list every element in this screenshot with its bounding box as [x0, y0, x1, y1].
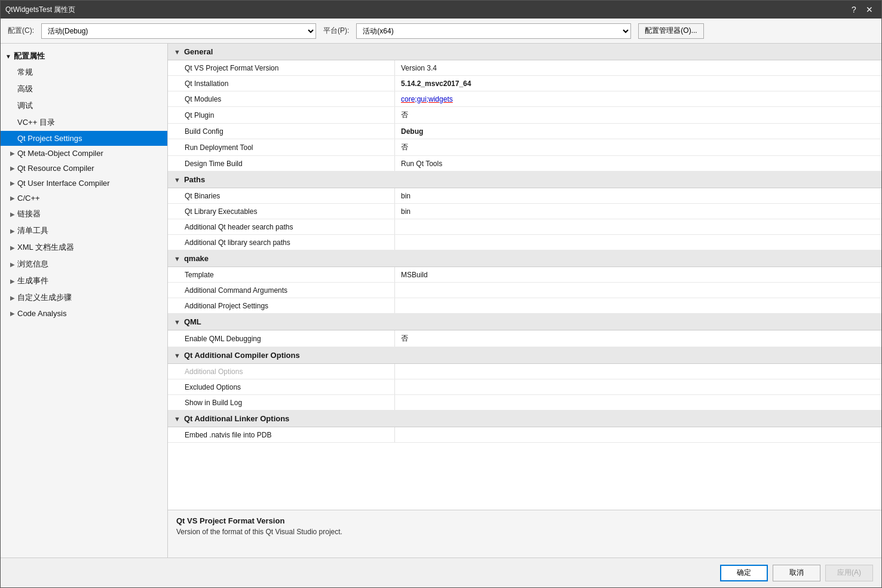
- sidebar-item-6[interactable]: ▶ Qt Resource Compiler: [1, 161, 167, 176]
- sidebar-item-1[interactable]: 高级: [1, 81, 167, 97]
- expand-arrow-11: ▶: [10, 244, 15, 251]
- prop-value-qt-modules: core;gui;widgets: [395, 91, 881, 106]
- prop-row-natvis: Embed .natvis file into PDB: [168, 427, 881, 443]
- section-general[interactable]: ▼ General: [168, 44, 881, 60]
- prop-row-qt-lib-paths: Additional Qt library search paths: [168, 235, 881, 250]
- prop-value-natvis: [395, 427, 881, 442]
- prop-name-show-build-log: Show in Build Log: [168, 395, 395, 410]
- expand-arrow-6: ▶: [10, 165, 15, 172]
- qml-arrow: ▼: [174, 318, 180, 326]
- prop-name-qt-lib-paths: Additional Qt library search paths: [168, 235, 395, 250]
- bottom-bar: 确定 取消 应用(A): [1, 558, 881, 587]
- prop-value-qt-lib-exec: bin: [395, 204, 881, 219]
- config-manager-button[interactable]: 配置管理器(O)...: [638, 23, 703, 39]
- sidebar-item-label-15: Code Analysis: [17, 309, 66, 318]
- prop-value-qt-bin: bin: [395, 188, 881, 203]
- platform-select[interactable]: 活动(x64): [356, 23, 631, 39]
- sidebar-root-arrow: ▼: [5, 53, 11, 60]
- general-arrow: ▼: [174, 48, 180, 56]
- sidebar-item-9[interactable]: ▶ 链接器: [1, 206, 167, 222]
- qt-linker-arrow: ▼: [174, 415, 180, 422]
- sidebar-item-label-10: 清单工具: [17, 225, 48, 236]
- main-content: ▼ 配置属性 常规 高级 调试 VC++ 目录 Qt Project Setti…: [1, 44, 881, 558]
- sidebar-item-10[interactable]: ▶ 清单工具: [1, 222, 167, 239]
- sidebar-item-12[interactable]: ▶ 浏览信息: [1, 256, 167, 272]
- close-button[interactable]: ✕: [862, 4, 877, 16]
- sidebar-item-15[interactable]: ▶ Code Analysis: [1, 306, 167, 321]
- sidebar-item-2[interactable]: 调试: [1, 97, 167, 114]
- prop-name-qt-plugin: Qt Plugin: [168, 107, 395, 123]
- prop-name-run-deploy: Run Deployment Tool: [168, 139, 395, 155]
- sidebar-item-label-8: C/C++: [17, 194, 40, 203]
- sidebar-root[interactable]: ▼ 配置属性: [1, 48, 167, 64]
- sidebar-item-label-14: 自定义生成步骤: [17, 292, 72, 303]
- prop-row-qt-vs-format: Qt VS Project Format Version Version 3.4: [168, 60, 881, 76]
- paths-arrow: ▼: [174, 176, 180, 183]
- sidebar-item-label-5: Qt Meta-Object Compiler: [17, 149, 103, 158]
- prop-name-qml-debug: Enable QML Debugging: [168, 330, 395, 347]
- prop-row-add-proj-settings: Additional Project Settings: [168, 298, 881, 314]
- config-select[interactable]: 活动(Debug): [41, 23, 316, 39]
- prop-name-qt-lib-exec: Qt Library Executables: [168, 204, 395, 219]
- sidebar-item-4[interactable]: Qt Project Settings: [1, 131, 167, 146]
- prop-name-add-proj-settings: Additional Project Settings: [168, 298, 395, 313]
- prop-value-excl-options: [395, 379, 881, 394]
- qml-label: QML: [184, 317, 201, 326]
- prop-row-qt-install: Qt Installation 5.14.2_msvc2017_64: [168, 76, 881, 91]
- section-qmake[interactable]: ▼ qmake: [168, 250, 881, 267]
- prop-value-qml-debug: 否: [395, 330, 881, 347]
- sidebar-item-7[interactable]: ▶ Qt User Interface Compiler: [1, 176, 167, 191]
- expand-arrow-7: ▶: [10, 180, 15, 186]
- expand-arrow-9: ▶: [10, 211, 15, 218]
- prop-value-qt-lib-paths: [395, 235, 881, 250]
- qmake-arrow: ▼: [174, 255, 180, 262]
- sidebar-item-label-2: 调试: [17, 100, 33, 111]
- sidebar-item-0[interactable]: 常规: [1, 64, 167, 81]
- sidebar-item-5[interactable]: ▶ Qt Meta-Object Compiler: [1, 146, 167, 161]
- sidebar-item-13[interactable]: ▶ 生成事件: [1, 272, 167, 289]
- sidebar-item-label-0: 常规: [17, 67, 33, 78]
- spacer: [168, 443, 881, 467]
- prop-value-build-config: Debug: [395, 124, 881, 139]
- sidebar-item-11[interactable]: ▶ XML 文档生成器: [1, 239, 167, 256]
- sidebar-item-3[interactable]: VC++ 目录: [1, 114, 167, 131]
- prop-value-show-build-log: [395, 395, 881, 410]
- prop-row-qt-plugin: Qt Plugin 否: [168, 107, 881, 124]
- prop-row-run-deploy: Run Deployment Tool 否: [168, 139, 881, 156]
- prop-value-add-proj-settings: [395, 298, 881, 313]
- apply-button[interactable]: 应用(A): [825, 565, 873, 581]
- qmake-label: qmake: [184, 254, 209, 263]
- prop-name-excl-options: Excluded Options: [168, 379, 395, 394]
- sidebar-item-label-12: 浏览信息: [17, 259, 48, 270]
- properties-grid: ▼ General Qt VS Project Format Version V…: [168, 44, 881, 510]
- sidebar-item-label-9: 链接器: [17, 209, 41, 219]
- sidebar-item-label-6: Qt Resource Compiler: [17, 164, 94, 173]
- title-bar-buttons: ? ✕: [847, 4, 877, 16]
- section-paths[interactable]: ▼ Paths: [168, 172, 881, 188]
- help-button[interactable]: ?: [847, 4, 861, 16]
- cancel-button[interactable]: 取消: [773, 565, 820, 581]
- prop-row-add-options: Additional Options: [168, 364, 881, 379]
- sidebar-item-14[interactable]: ▶ 自定义生成步骤: [1, 289, 167, 306]
- expand-arrow-8: ▶: [10, 195, 15, 201]
- sidebar-item-label-3: VC++ 目录: [17, 117, 55, 128]
- section-qt-linker[interactable]: ▼ Qt Additional Linker Options: [168, 411, 881, 427]
- section-qt-compiler[interactable]: ▼ Qt Additional Compiler Options: [168, 347, 881, 364]
- expand-arrow-10: ▶: [10, 228, 15, 234]
- right-panel: ▼ General Qt VS Project Format Version V…: [168, 44, 881, 558]
- config-label: 配置(C):: [8, 26, 34, 36]
- sidebar-root-label: 配置属性: [14, 51, 45, 62]
- qt-compiler-label: Qt Additional Compiler Options: [184, 351, 300, 360]
- prop-name-qt-header-paths: Additional Qt header search paths: [168, 219, 395, 234]
- sidebar-item-8[interactable]: ▶ C/C++: [1, 191, 167, 206]
- sidebar-item-label-7: Qt User Interface Compiler: [17, 179, 110, 188]
- prop-row-qt-lib-exec: Qt Library Executables bin: [168, 204, 881, 219]
- section-qml[interactable]: ▼ QML: [168, 314, 881, 330]
- general-label: General: [184, 47, 213, 56]
- prop-name-qt-modules: Qt Modules: [168, 91, 395, 106]
- sidebar-item-label-1: 高级: [17, 84, 33, 94]
- ok-button[interactable]: 确定: [720, 565, 768, 581]
- prop-row-qt-bin: Qt Binaries bin: [168, 188, 881, 204]
- sidebar-item-label-13: 生成事件: [17, 275, 48, 286]
- expand-arrow-15: ▶: [10, 310, 15, 317]
